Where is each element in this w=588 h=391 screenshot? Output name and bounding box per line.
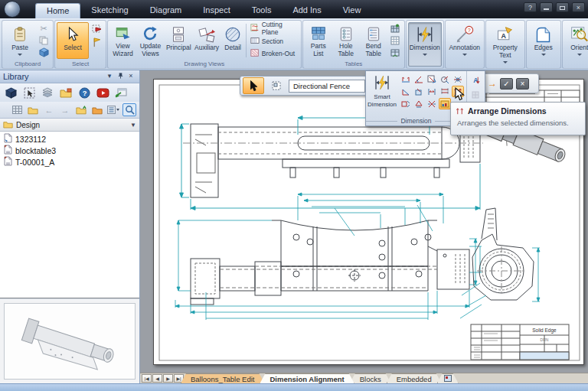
tab-inspect[interactable]: Inspect [192, 3, 240, 18]
paste-button[interactable]: Paste [4, 22, 36, 59]
disabled-tool-icon[interactable] [469, 89, 482, 100]
parts-list-button[interactable]: Parts List [305, 22, 332, 59]
library-item-label: blocktable3 [15, 146, 56, 155]
cutting-plane-button[interactable]: Cutting Plane [248, 22, 299, 34]
sheet-tab-dimension-alignment[interactable]: Dimension Alignment [260, 373, 354, 383]
video-tutorials-icon[interactable] [96, 86, 109, 99]
pin-icon[interactable] [115, 72, 126, 81]
bend-table-button[interactable]: Bend Table [360, 22, 387, 59]
sort-annotations-icon[interactable]: A [469, 74, 482, 86]
cut-icon[interactable]: ✂ [37, 23, 51, 34]
grid-view-icon[interactable] [10, 103, 24, 116]
library-item[interactable]: 1323112 [0, 133, 139, 145]
copy-icon[interactable] [37, 35, 51, 47]
tab-sketching[interactable]: Sketching [80, 3, 139, 18]
select-tool-button[interactable] [243, 77, 264, 94]
library-item[interactable]: T-00001_A [0, 156, 139, 168]
coordinate-dimension-icon[interactable] [426, 73, 438, 85]
distance-between-icon[interactable] [400, 73, 412, 85]
tab-tools[interactable]: Tools [241, 3, 283, 18]
angle-coordinate-icon[interactable] [439, 73, 451, 85]
tab-home[interactable]: Home [35, 3, 80, 18]
sheet-tab-embedded[interactable]: Embedded [387, 373, 442, 383]
next-sheet-button[interactable]: ▶ [163, 374, 173, 383]
list-view-icon[interactable] [106, 103, 120, 116]
table-style-icon[interactable] [388, 23, 402, 34]
draft-document-icon [4, 145, 12, 156]
dimension-style-icon[interactable] [413, 98, 425, 109]
plan-view [180, 116, 484, 210]
tab-diagram[interactable]: Diagram [139, 3, 193, 18]
group-label-drawing-views: Drawing Views [108, 60, 301, 67]
format-painter-icon[interactable] [37, 47, 51, 58]
annotation-button[interactable]: ? Annotation [447, 22, 482, 67]
broken-out-button[interactable]: Broken-Out [248, 48, 299, 59]
first-sheet-button[interactable]: |◀ [142, 374, 152, 383]
section-button[interactable]: Section [248, 36, 299, 47]
dimension-prefix-icon[interactable] [426, 98, 438, 109]
export-window-icon[interactable] [114, 86, 128, 99]
dimension-info-button[interactable] [439, 98, 451, 109]
new-folder-icon[interactable] [74, 103, 88, 116]
table-grid-icon[interactable] [388, 35, 402, 47]
minimize-button[interactable] [540, 2, 553, 12]
close-button[interactable]: × [572, 2, 585, 12]
restore-button[interactable] [556, 2, 569, 12]
part-library-icon[interactable] [4, 86, 18, 99]
update-views-button[interactable]: Update Views [136, 22, 165, 59]
cancel-button[interactable]: × [516, 78, 529, 90]
fence-options-button[interactable] [266, 77, 287, 94]
previous-sheet-button[interactable]: ◀ [152, 374, 162, 383]
group-drawing-views: View Wizard Update Views Principal Auxil… [107, 20, 302, 69]
open-folder-icon[interactable] [90, 103, 104, 116]
table-update-icon[interactable] [388, 47, 402, 58]
next-step-button[interactable]: → [488, 79, 497, 88]
new-sheet-tab-button[interactable] [437, 373, 459, 383]
select-button[interactable]: Select [57, 22, 89, 59]
auto-dimension-icon[interactable] [400, 98, 412, 109]
accept-button[interactable]: ✓ [500, 78, 513, 90]
select-flag-icon[interactable] [90, 36, 103, 48]
select-fence-icon[interactable] [90, 23, 103, 35]
library-toolbar-top: ? [0, 83, 139, 102]
library-preview-pane [0, 298, 139, 383]
align-dimension-icon[interactable] [426, 86, 438, 97]
forward-icon[interactable]: → [58, 103, 72, 116]
select-tools-icon[interactable] [22, 86, 36, 99]
tab-addins[interactable]: Add Ins [282, 3, 332, 18]
orient-button[interactable]: Orient [564, 22, 588, 67]
close-panel-icon[interactable]: × [126, 72, 136, 81]
home-folder-icon[interactable] [26, 103, 40, 116]
sheet-tab-balloons[interactable]: Balloons_Table Edit [181, 373, 264, 383]
group-clipboard: Paste ✂ Clipboard [2, 20, 54, 69]
panel-menu-icon[interactable]: ▾ [104, 72, 115, 81]
fence-mode-dropdown[interactable]: Directional Fence [289, 80, 365, 93]
layers-icon[interactable] [41, 86, 54, 99]
library-location-dropdown[interactable]: Design ▼ [0, 119, 139, 132]
tab-view[interactable]: View [332, 3, 372, 18]
sheet-tab-blocks[interactable]: Blocks [350, 373, 391, 383]
search-icon[interactable] [122, 103, 136, 116]
dimension-group-icon[interactable] [439, 86, 451, 97]
detail-button[interactable]: Detail [220, 22, 244, 59]
library-item[interactable]: blocktable3 [0, 145, 139, 156]
folder-icon [3, 120, 13, 130]
view-wizard-button[interactable]: View Wizard [109, 22, 136, 59]
smart-dimension-button[interactable]: Smart Dimension [366, 71, 398, 110]
groups-folder-icon[interactable] [59, 86, 73, 99]
property-text-button[interactable]: A Property Text [488, 22, 523, 67]
attach-dimension-icon[interactable] [413, 86, 425, 97]
principal-label: Principal [166, 44, 191, 52]
symmetric-diameter-icon[interactable] [452, 73, 464, 85]
help-icon[interactable]: ? [77, 86, 91, 99]
back-icon[interactable]: ← [42, 103, 56, 116]
hole-table-button[interactable]: Hole Table [332, 22, 360, 59]
edges-button[interactable]: Edges [528, 22, 559, 67]
application-menu-button[interactable] [4, 1, 21, 18]
help-button[interactable]: ? [524, 2, 537, 12]
principal-button[interactable]: Principal [165, 22, 193, 59]
auxiliary-button[interactable]: Auxiliary [193, 22, 221, 59]
dimension-button[interactable]: Dimension [408, 22, 442, 67]
angle-between-icon[interactable] [413, 73, 425, 85]
chamfer-dimension-icon[interactable] [400, 86, 412, 97]
